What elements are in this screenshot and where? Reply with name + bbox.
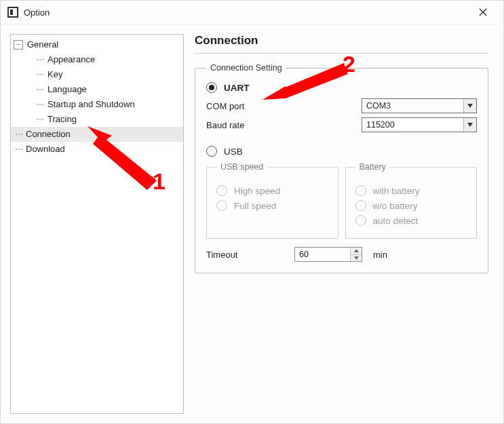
tree-item-tracing[interactable]: ⋯Tracing (31, 112, 183, 127)
tree-item-language[interactable]: ⋯Language (31, 82, 183, 97)
content-pane: Connection Connection Setting UART COM p… (195, 34, 494, 414)
tree-tick-icon: ⋯ (34, 113, 46, 126)
timeout-unit: min (373, 250, 387, 260)
com-port-label: COM port (206, 101, 294, 111)
usb-speed-group: USB speed High speed Full speed (206, 162, 338, 239)
with-battery-radio (355, 185, 366, 196)
full-speed-row: Full speed (216, 200, 328, 211)
tree-tick-icon: ⋯ (34, 83, 46, 96)
auto-detect-radio (355, 215, 366, 226)
chevron-down-icon (467, 123, 473, 127)
with-battery-label: with battery (373, 186, 420, 196)
tree-tick-icon: ⋯ (14, 142, 24, 156)
tree-tick-icon: ⋯ (34, 98, 46, 111)
wo-battery-label: w/o battery (373, 201, 418, 211)
timeout-label: Timeout (206, 250, 294, 260)
tree-item-appearance[interactable]: ⋯Appearance (31, 52, 183, 67)
baud-rate-label: Baud rate (206, 120, 294, 130)
timeout-up-button[interactable] (351, 248, 362, 254)
uart-radio[interactable] (206, 82, 217, 93)
tree-item-download[interactable]: ⋯Download (11, 142, 183, 157)
option-window: Option − General ⋯Appearance ⋯Key ⋯Langu… (0, 0, 504, 424)
chevron-down-icon (354, 256, 359, 260)
usb-speed-legend: USB speed (216, 162, 267, 172)
tree-item-connection[interactable]: ⋯Connection (11, 127, 183, 142)
chevron-down-icon (467, 104, 473, 108)
battery-group: Battery with battery w/o battery auto de… (345, 162, 478, 239)
connection-setting-group: Connection Setting UART COM port COM3 Ba… (195, 63, 488, 273)
com-port-dropdown-button[interactable] (463, 99, 476, 113)
app-icon (7, 7, 18, 18)
com-port-combo[interactable]: COM3 (362, 98, 477, 113)
usb-radio-row[interactable]: USB (206, 146, 477, 157)
category-tree[interactable]: − General ⋯Appearance ⋯Key ⋯Language ⋯St… (10, 34, 184, 414)
tree-tick-icon: ⋯ (14, 128, 24, 141)
uart-radio-label: UART (224, 83, 250, 93)
high-speed-radio (216, 185, 227, 196)
with-battery-row: with battery (355, 185, 467, 196)
auto-detect-label: auto detect (373, 216, 419, 226)
tree-label-general: General (26, 38, 60, 52)
close-button[interactable] (469, 1, 497, 24)
window-title: Option (24, 7, 50, 18)
wo-battery-row: w/o battery (355, 200, 467, 211)
close-icon (479, 8, 487, 16)
full-speed-radio (216, 200, 227, 211)
tree-tick-icon: ⋯ (34, 53, 46, 66)
battery-legend: Battery (355, 162, 391, 172)
high-speed-label: High speed (234, 186, 280, 196)
high-speed-row: High speed (216, 185, 328, 196)
auto-detect-row: auto detect (355, 215, 467, 226)
com-port-value: COM3 (362, 101, 463, 111)
connection-setting-legend: Connection Setting (206, 63, 286, 73)
wo-battery-radio (355, 200, 366, 211)
title-rule (195, 53, 488, 54)
tree-item-startup[interactable]: ⋯Startup and Shutdown (31, 97, 183, 112)
baud-rate-combo[interactable]: 115200 (362, 117, 477, 132)
timeout-down-button[interactable] (351, 254, 362, 262)
usb-radio[interactable] (206, 146, 217, 157)
chevron-up-icon (354, 249, 359, 252)
tree-item-key[interactable]: ⋯Key (31, 67, 183, 82)
tree-collapse-icon[interactable]: − (14, 40, 23, 50)
uart-radio-row[interactable]: UART (206, 82, 477, 93)
full-speed-label: Full speed (234, 201, 276, 211)
titlebar: Option (1, 1, 503, 24)
tree-item-general[interactable]: − General (11, 37, 183, 52)
timeout-spinner[interactable]: 60 (294, 247, 362, 262)
baud-rate-value: 115200 (362, 120, 463, 130)
usb-radio-label: USB (224, 147, 243, 157)
baud-rate-dropdown-button[interactable] (463, 118, 476, 132)
tree-tick-icon: ⋯ (34, 68, 46, 81)
window-body: − General ⋯Appearance ⋯Key ⋯Language ⋯St… (1, 24, 503, 423)
timeout-value: 60 (295, 250, 350, 259)
page-title: Connection (195, 34, 488, 47)
